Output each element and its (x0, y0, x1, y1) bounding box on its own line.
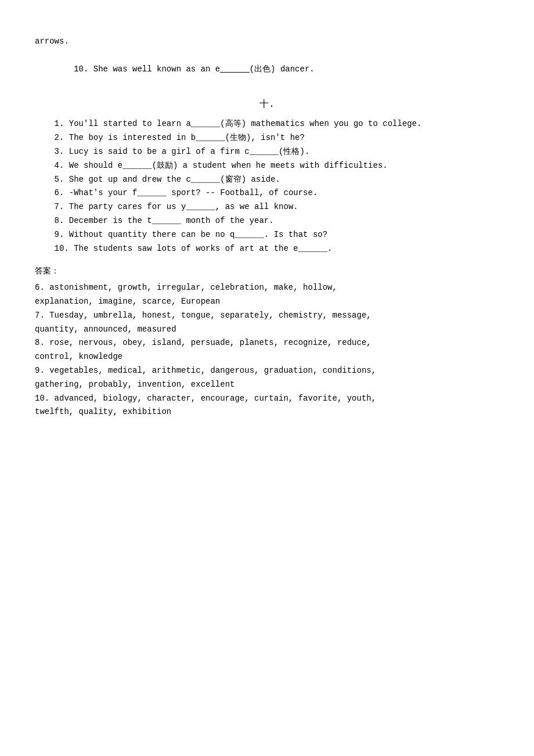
question-3: 3. Lucy is said to be a girl of a firm c… (35, 145, 499, 159)
page-content: arrows. 10. She was well known as an e__… (35, 35, 499, 419)
question-6: 6. -What's your f______ sport? -- Footba… (35, 186, 499, 200)
line-10: 10. She was well known as an e______(出色)… (35, 49, 499, 90)
question-8: 8. December is the t______ month of the … (35, 214, 499, 228)
question-7: 7. The party cares for us y______, as we… (35, 200, 499, 214)
answer-10-line1: 10. advanced, biology, character, encour… (35, 392, 499, 406)
answer-9-line1: 9. vegetables, medical, arithmetic, dang… (35, 364, 499, 378)
answer-label: 答案： (35, 265, 499, 279)
answer-section: 答案： 6. astonishment, growth, irregular, … (35, 265, 499, 419)
answer-8-line1: 8. rose, nervous, obey, island, persuade… (35, 336, 499, 350)
question-9: 9. Without quantity there can be no q___… (35, 228, 499, 242)
answer-6-line2: explanation, imagine, scarce, European (35, 295, 499, 309)
answer-8-line2: control, knowledge (35, 350, 499, 364)
question-10: 10. The students saw lots of works of ar… (35, 242, 499, 256)
questions-section: 1. You'll started to learn a______(高等) m… (35, 117, 499, 255)
question-5: 5. She got up and drew the c______(窗帘) a… (35, 173, 499, 187)
section-header: 十. (35, 97, 499, 113)
question-2: 2. The boy is interested in b______(生物),… (35, 131, 499, 145)
answer-6-line1: 6. astonishment, growth, irregular, cele… (35, 281, 499, 295)
question-4: 4. We should e______(鼓励) a student when … (35, 159, 499, 173)
answer-9-line2: gathering, probably, invention, excellen… (35, 378, 499, 392)
intro-line: arrows. (35, 35, 499, 49)
line-10-prefix: 10. She was well known as an e (55, 64, 221, 74)
answer-10-line2: twelfth, quality, exhibition (35, 405, 499, 419)
question-1: 1. You'll started to learn a______(高等) m… (35, 117, 499, 131)
answer-7-line1: 7. Tuesday, umbrella, honest, tongue, se… (35, 309, 499, 323)
line-10-blank: ______ (220, 64, 249, 74)
line-10-suffix: (出色) dancer. (250, 64, 315, 74)
answer-7-line2: quantity, announced, measured (35, 323, 499, 337)
